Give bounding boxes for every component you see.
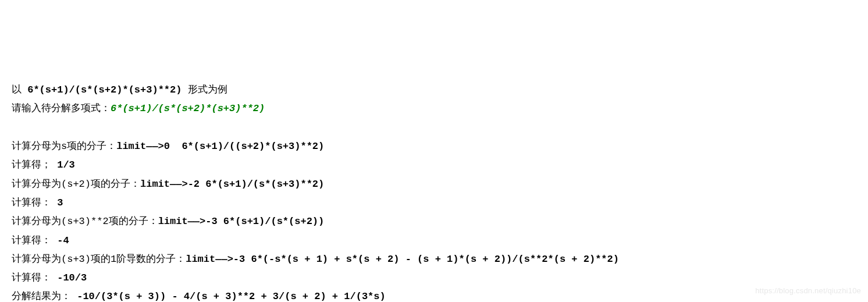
result-value: 1/3	[57, 159, 75, 170]
output-line: 计算分母为(s+3)**2项的分子：limit——>-3 6*(s+1)/(s*…	[12, 212, 856, 231]
output-line: 计算得： 3	[12, 194, 856, 212]
result-value: -10/3	[57, 272, 87, 283]
output-line: 计算得； 1/3	[12, 156, 856, 175]
output-line: 计算分母为s项的分子：limit——>0 6*(s+1)/((s+2)*(s+3…	[12, 137, 856, 156]
result-value: -4	[57, 235, 69, 246]
final-result-expression: -10/(3*(s + 3)) - 4/(s + 3)**2 + 3/(s + …	[77, 291, 386, 302]
output-line: 计算分母为(s+3)项的1阶导数的分子：limit——>-3 6*(-s*(s …	[12, 250, 856, 269]
text-segment: 以	[12, 84, 27, 95]
example-expression: 6*(s+1)/(s*(s+2)*(s+3)**2)	[27, 84, 182, 95]
calc-label: 计算分母为(s+3)**2项的分子：	[12, 216, 158, 227]
calc-label: 计算分母为(s+2)项的分子：	[12, 179, 140, 190]
result-value: 3	[57, 197, 63, 208]
calc-expression: limit——>0 6*(s+1)/((s+2)*(s+3)**2)	[116, 141, 324, 152]
blank-line	[12, 119, 856, 137]
result-label: 计算得：	[12, 197, 57, 208]
watermark-text: https://blog.csdn.net/qiuzhi10e	[755, 284, 861, 299]
output-line: 计算得： -10/3	[12, 269, 856, 287]
output-line: 分解结果为： -10/(3*(s + 3)) - 4/(s + 3)**2 + …	[12, 287, 856, 302]
user-input-expression: 6*(s+1)/(s*(s+2)*(s+3)**2)	[111, 103, 265, 114]
output-line: 计算得： -4	[12, 232, 856, 250]
calc-expression: limit——>-3 6*(s+1)/(s*(s+2))	[158, 216, 325, 227]
text-segment: 形式为例	[182, 84, 227, 95]
calc-label: 计算分母为(s+3)项的1阶导数的分子：	[12, 254, 186, 265]
output-line: 计算分母为(s+2)项的分子：limit——>-2 6*(s+1)/(s*(s+…	[12, 175, 856, 194]
calc-label: 计算分母为s项的分子：	[12, 141, 116, 152]
result-label: 计算得；	[12, 159, 57, 170]
calc-expression: limit——>-2 6*(s+1)/(s*(s+3)**2)	[140, 179, 324, 190]
console-output: 以 6*(s+1)/(s*(s+2)*(s+3)**2) 形式为例请输入待分解多…	[12, 81, 856, 302]
output-line: 请输入待分解多项式：6*(s+1)/(s*(s+2)*(s+3)**2)	[12, 100, 856, 118]
result-label: 计算得：	[12, 272, 57, 283]
output-line: 以 6*(s+1)/(s*(s+2)*(s+3)**2) 形式为例	[12, 81, 856, 100]
result-label: 计算得：	[12, 235, 57, 246]
calc-expression: limit——>-3 6*(-s*(s + 1) + s*(s + 2) - (…	[186, 254, 619, 265]
input-prompt-label: 请输入待分解多项式：	[12, 103, 111, 114]
final-result-label: 分解结果为：	[12, 291, 77, 302]
